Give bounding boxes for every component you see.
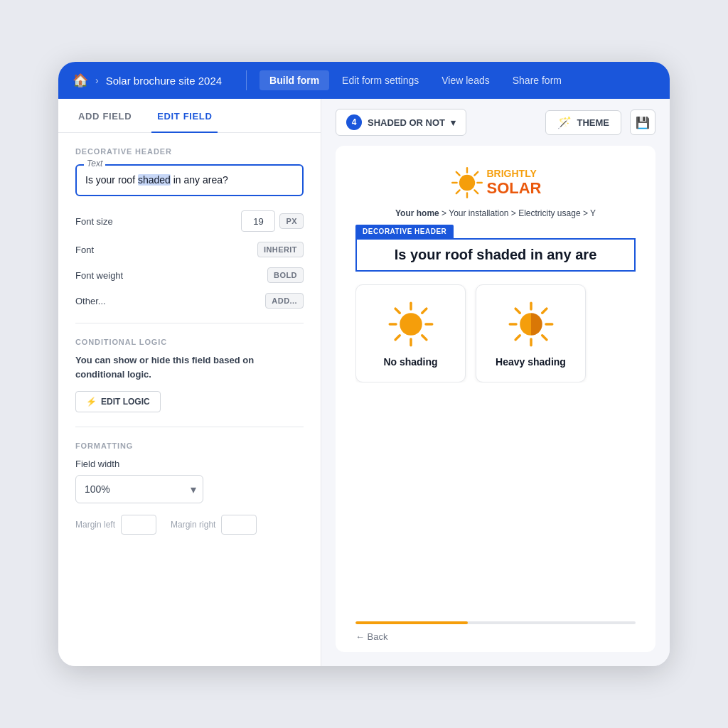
other-badge[interactable]: ADD... <box>265 293 304 309</box>
font-size-value: PX <box>241 210 304 232</box>
logo-sun-icon <box>450 166 484 200</box>
formatting-title: FORMATTING <box>75 441 304 450</box>
progress-bar-area: ← Back <box>355 621 636 652</box>
breadcrumb: Your home > Your installation > Electric… <box>355 208 636 218</box>
back-link[interactable]: ← Back <box>355 631 636 642</box>
margin-left-label: Margin left <box>75 520 115 530</box>
dec-header-container: DECORATIVE HEADER Is your roof shaded in… <box>355 224 636 284</box>
logo-container: BRIGHTLY SOLAR <box>450 166 542 200</box>
field-width-select-wrapper: 100% 75% 50% 25% ▾ <box>75 475 203 503</box>
font-size-label: Font size <box>75 216 113 227</box>
prop-row-fontweight: Font weight BOLD <box>75 267 304 283</box>
step-badge: 4 <box>346 114 362 130</box>
progress-fill <box>355 621 468 624</box>
edit-logic-icon: ⚡ <box>86 397 97 407</box>
prop-row-font: Font INHERIT <box>75 242 304 257</box>
svg-line-15 <box>422 336 426 340</box>
step-chevron-icon: ▾ <box>451 117 456 128</box>
tab-bar: ADD FIELD EDIT FIELD <box>58 99 321 133</box>
divider-2 <box>75 427 304 427</box>
edit-logic-button[interactable]: ⚡ EDIT LOGIC <box>75 391 161 412</box>
save-button[interactable]: 💾 <box>630 109 655 135</box>
step-label: SHADED OR NOT <box>368 117 445 128</box>
text-field-card[interactable]: Text Is your roof shaded in any area? <box>75 164 304 196</box>
card-label: Text <box>84 159 105 168</box>
breadcrumb-chevron: › <box>95 75 99 86</box>
full-sun-icon <box>386 299 436 349</box>
choice-row: No shading <box>355 284 636 382</box>
nav-link-edit-form-settings[interactable]: Edit form settings <box>332 70 429 90</box>
choice-card-no-shading[interactable]: No shading <box>355 284 466 382</box>
choice-card-heavy-shading[interactable]: Heavy shading <box>476 284 586 382</box>
preview-question: Is your roof shaded in any are <box>355 238 636 272</box>
font-size-input[interactable] <box>241 210 275 232</box>
site-name: Solar brochure site 2024 <box>106 75 222 87</box>
font-weight-value: BOLD <box>267 267 304 283</box>
app-window: 🏠 › Solar brochure site 2024 Build form … <box>58 62 670 666</box>
logo-brightly: BRIGHTLY <box>487 168 542 179</box>
palette-icon: 🪄 <box>557 116 572 129</box>
field-width-label: Field width <box>75 459 304 469</box>
svg-line-17 <box>395 336 400 340</box>
nav-divider <box>246 70 247 90</box>
margin-left-input[interactable] <box>121 515 156 535</box>
svg-line-5 <box>456 172 459 176</box>
font-weight-label: Font weight <box>75 270 123 281</box>
font-badge[interactable]: INHERIT <box>257 242 304 257</box>
svg-line-7 <box>474 172 478 176</box>
progress-track <box>355 621 636 624</box>
svg-point-9 <box>400 313 422 336</box>
svg-point-0 <box>459 175 474 191</box>
dec-header-badge: DECORATIVE HEADER <box>355 225 454 238</box>
conditional-logic-desc: You can show or hide this field based on… <box>75 353 304 381</box>
nav-link-share-form[interactable]: Share form <box>503 70 572 90</box>
tab-add-field[interactable]: ADD FIELD <box>73 100 137 133</box>
formatting-section: FORMATTING Field width 100% 75% 50% 25% … <box>75 441 304 535</box>
margin-right-input[interactable] <box>221 515 257 535</box>
prop-row-other: Other... ADD... <box>75 293 304 309</box>
left-panel: ADD FIELD EDIT FIELD DECORATIVE HEADER T… <box>58 99 321 666</box>
nav-links: Build form Edit form settings View leads… <box>259 70 572 90</box>
step-dropdown[interactable]: 4 SHADED OR NOT ▾ <box>336 109 466 136</box>
svg-line-24 <box>542 309 546 313</box>
svg-line-14 <box>395 309 400 313</box>
right-panel: 4 SHADED OR NOT ▾ 🪄 THEME 💾 <box>321 99 670 666</box>
preview-logo: BRIGHTLY SOLAR <box>355 166 636 200</box>
home-icon[interactable]: 🏠 <box>73 73 88 88</box>
margin-row: Margin left Margin right <box>75 515 304 535</box>
main-content: ADD FIELD EDIT FIELD DECORATIVE HEADER T… <box>58 99 670 666</box>
svg-line-25 <box>515 336 520 340</box>
prop-row-fontsize: Font size PX <box>75 210 304 232</box>
other-value: ADD... <box>265 293 304 309</box>
svg-line-22 <box>515 309 520 313</box>
save-icon: 💾 <box>636 116 650 129</box>
svg-line-16 <box>422 309 426 313</box>
highlighted-word: shaded <box>138 174 171 186</box>
edit-logic-label: EDIT LOGIC <box>101 397 150 407</box>
top-nav: 🏠 › Solar brochure site 2024 Build form … <box>58 62 670 99</box>
svg-line-23 <box>542 336 546 340</box>
margin-right-label: Margin right <box>171 520 215 530</box>
font-value: INHERIT <box>257 242 304 257</box>
right-toolbar: 4 SHADED OR NOT ▾ 🪄 THEME 💾 <box>321 99 670 146</box>
font-weight-badge[interactable]: BOLD <box>267 267 304 283</box>
preview-card: BRIGHTLY SOLAR Your home > Your installa… <box>336 146 655 652</box>
margin-right-field: Margin right <box>171 515 257 535</box>
font-label: Font <box>75 245 94 255</box>
svg-line-8 <box>456 190 459 193</box>
tab-edit-field[interactable]: EDIT FIELD <box>151 100 218 133</box>
nav-link-build-form[interactable]: Build form <box>259 70 329 90</box>
theme-label: THEME <box>577 117 610 128</box>
nav-link-view-leads[interactable]: View leads <box>432 70 499 90</box>
logo-solar: SOLAR <box>487 180 542 197</box>
logo-text: BRIGHTLY SOLAR <box>487 168 542 197</box>
left-panel-body: DECORATIVE HEADER Text Is your roof shad… <box>58 133 321 666</box>
divider-1 <box>75 323 304 323</box>
field-width-select[interactable]: 100% 75% 50% 25% <box>75 475 203 503</box>
decorative-header-label: DECORATIVE HEADER <box>75 147 304 156</box>
margin-left-field: Margin left <box>75 515 156 535</box>
conditional-logic-title: CONDITIONAL LOGIC <box>75 338 304 346</box>
theme-button[interactable]: 🪄 THEME <box>545 110 622 135</box>
choice-label-no-shading: No shading <box>383 356 437 368</box>
svg-line-6 <box>474 190 478 193</box>
